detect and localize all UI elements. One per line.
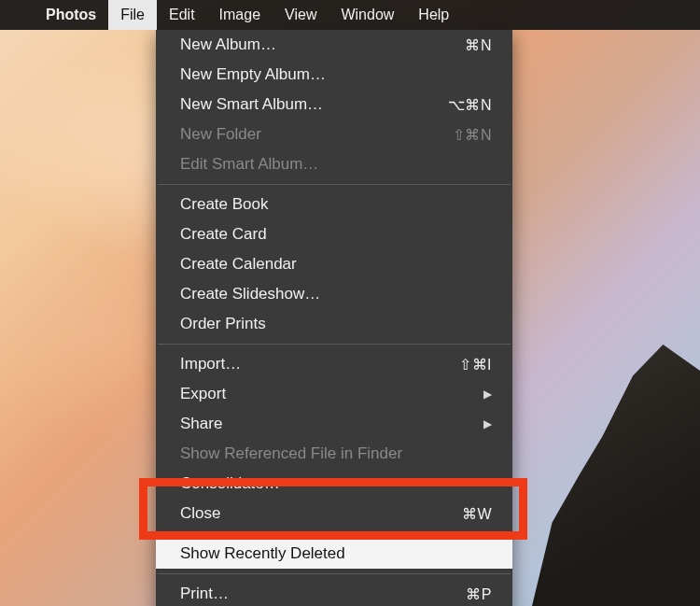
- menu-view[interactable]: View: [273, 0, 329, 30]
- menu-item-label: Show Referenced File in Finder: [180, 444, 402, 463]
- menu-item-shortcut: ⌘N: [465, 36, 492, 54]
- menu-share[interactable]: Share ▶: [156, 409, 512, 439]
- menu-item-label: Consolidate…: [180, 474, 280, 493]
- submenu-arrow-icon: ▶: [483, 388, 492, 401]
- menu-export[interactable]: Export ▶: [156, 379, 512, 409]
- menu-create-card[interactable]: Create Card: [156, 219, 512, 249]
- menu-new-empty-album[interactable]: New Empty Album…: [156, 60, 512, 90]
- menu-new-smart-album[interactable]: New Smart Album… ⌥⌘N: [156, 90, 512, 120]
- menu-item-shortcut: ⌥⌘N: [448, 96, 492, 114]
- menu-close[interactable]: Close ⌘W: [156, 499, 512, 528]
- menu-bar: Photos File Edit Image View Window Help: [0, 0, 700, 30]
- menu-show-referenced-file: Show Referenced File in Finder: [156, 439, 512, 469]
- menu-item-label: New Folder: [180, 125, 261, 144]
- menu-item-label: New Album…: [180, 35, 276, 54]
- menu-item-label: Create Calendar: [180, 255, 297, 274]
- menu-app-name[interactable]: Photos: [34, 0, 108, 30]
- menu-separator: [158, 184, 511, 185]
- menu-create-slideshow[interactable]: Create Slideshow…: [156, 279, 512, 309]
- menu-order-prints[interactable]: Order Prints: [156, 309, 512, 339]
- menu-item-label: Print…: [180, 585, 229, 603]
- menu-item-label: Edit Smart Album…: [180, 155, 318, 174]
- menu-item-shortcut: ⌘W: [462, 505, 492, 523]
- menu-separator: [158, 573, 511, 574]
- menu-show-recently-deleted[interactable]: Show Recently Deleted: [156, 539, 512, 569]
- menu-image[interactable]: Image: [207, 0, 273, 30]
- menu-create-calendar[interactable]: Create Calendar: [156, 249, 512, 279]
- menu-item-label: Export: [180, 385, 226, 403]
- menu-edit-smart-album: Edit Smart Album…: [156, 149, 512, 179]
- menu-item-label: Close: [180, 504, 220, 523]
- menu-help[interactable]: Help: [406, 0, 461, 30]
- menu-item-label: New Smart Album…: [180, 95, 323, 114]
- menu-item-shortcut: ⌘P: [466, 585, 492, 603]
- menu-item-label: Create Book: [180, 195, 269, 214]
- menu-separator: [158, 533, 511, 534]
- menu-new-folder: New Folder ⇧⌘N: [156, 120, 512, 149]
- menu-item-label: Import…: [180, 355, 241, 373]
- menu-edit[interactable]: Edit: [157, 0, 207, 30]
- menu-item-label: Share: [180, 415, 222, 433]
- menu-item-shortcut: ⇧⌘I: [459, 356, 492, 373]
- menu-import[interactable]: Import… ⇧⌘I: [156, 349, 512, 379]
- menu-item-label: Show Recently Deleted: [180, 544, 345, 563]
- menu-item-label: New Empty Album…: [180, 65, 326, 84]
- menu-print[interactable]: Print… ⌘P: [156, 579, 512, 606]
- menu-new-album[interactable]: New Album… ⌘N: [156, 30, 512, 60]
- menu-item-shortcut: ⇧⌘N: [453, 126, 492, 144]
- menu-item-label: Order Prints: [180, 315, 266, 333]
- submenu-arrow-icon: ▶: [483, 417, 492, 430]
- menu-create-book[interactable]: Create Book: [156, 190, 512, 219]
- menu-separator: [158, 344, 511, 345]
- menu-file[interactable]: File: [108, 0, 157, 30]
- menu-item-label: Create Slideshow…: [180, 285, 320, 303]
- menu-consolidate[interactable]: Consolidate…: [156, 469, 512, 499]
- menu-window[interactable]: Window: [329, 0, 406, 30]
- file-dropdown: New Album… ⌘N New Empty Album… New Smart…: [156, 30, 512, 606]
- menu-item-label: Create Card: [180, 225, 267, 244]
